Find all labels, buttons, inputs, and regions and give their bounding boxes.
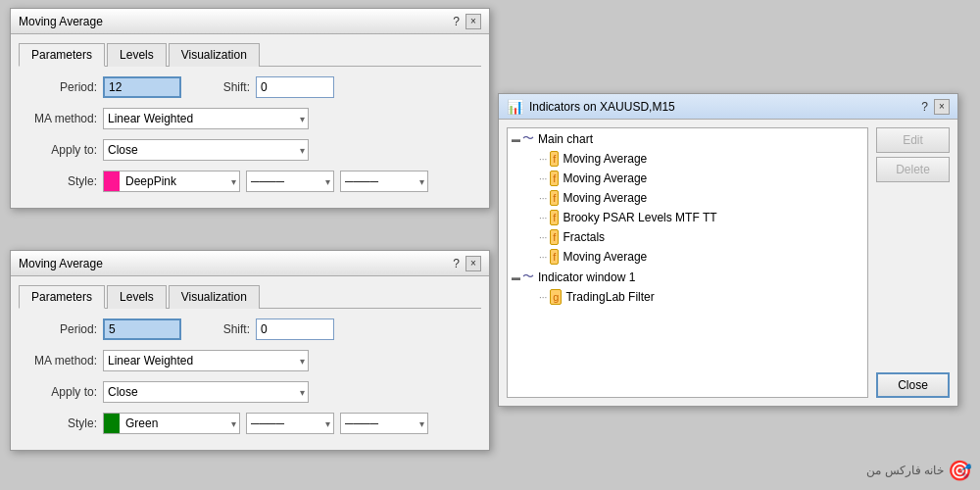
dialog-2-apply-label: Apply to:: [19, 385, 97, 399]
expand-indicator-window-icon: ▬: [512, 272, 520, 282]
tab-2-levels[interactable]: Levels: [107, 285, 167, 309]
tree-ma-3-label: Moving Average: [563, 191, 647, 205]
indicators-title: Indicators on XAUUSD,M15: [529, 100, 675, 114]
dialog-2-line-width-select[interactable]: ────: [340, 413, 428, 434]
dialog-1-content: Parameters Levels Visualization Period: …: [11, 34, 489, 208]
tree-tradinglab-label: TradingLab Filter: [565, 290, 654, 304]
indicator-window-label: Indicator window 1: [538, 270, 635, 284]
dialog-2-ma-row: MA method: Simple Exponential Smoothed L…: [19, 350, 481, 371]
dialog-1-style-row: Style: DeepPink ──── ────: [19, 171, 481, 192]
indicator-icon-4: f: [550, 210, 559, 225]
dialog-1-period-row: Period: Shift:: [19, 76, 481, 98]
dotted-line-7: ···: [539, 292, 547, 303]
moving-average-dialog-2: Moving Average ? × Parameters Levels Vis…: [10, 250, 490, 451]
tree-item-ma-2[interactable]: ··· f Moving Average: [508, 169, 867, 188]
tab-2-visualization[interactable]: Visualization: [169, 285, 260, 309]
dialog-2-ma-label: MA method:: [19, 354, 97, 368]
dialog-1-line-width-select[interactable]: ────: [340, 171, 428, 192]
dialog-1-tabs: Parameters Levels Visualization: [19, 42, 481, 67]
indicators-tree: ▬ 〜 Main chart ··· f Moving Average ··· …: [507, 127, 868, 398]
indicators-close-button[interactable]: ×: [934, 99, 950, 115]
tree-item-ma-4[interactable]: ··· f Moving Average: [508, 247, 867, 267]
edit-button[interactable]: Edit: [876, 127, 950, 153]
dialog-1-ma-select[interactable]: Simple Exponential Smoothed Linear Weigh…: [103, 108, 309, 129]
tab-1-visualization[interactable]: Visualization: [169, 43, 260, 67]
dialog-2-line-style-select[interactable]: ────: [246, 413, 334, 434]
dialog-2-shift-input[interactable]: [256, 318, 334, 340]
dotted-line-5: ···: [539, 232, 547, 243]
indicators-dialog: 📊 Indicators on XAUUSD,M15 ? × ▬ 〜 Main …: [498, 93, 958, 407]
dialog-2-period-row: Period: Shift:: [19, 318, 481, 340]
tree-fractals-label: Fractals: [563, 230, 605, 244]
dialog-1-line-style-wrapper: ────: [246, 171, 334, 192]
dialog-1-line-style-select[interactable]: ────: [246, 171, 334, 192]
watermark-icon: 🎯: [948, 459, 972, 482]
indicators-controls: ? ×: [921, 99, 950, 115]
tree-main-chart-row[interactable]: ▬ 〜 Main chart: [508, 128, 867, 149]
dialog-1-apply-row: Apply to: Close Open High Low: [19, 139, 481, 161]
dialog-2-controls: ? ×: [453, 256, 481, 271]
dialog-1-shift-input[interactable]: [256, 76, 334, 98]
dialog-2-close-button[interactable]: ×: [466, 256, 481, 271]
dialog-2-period-label: Period:: [19, 322, 97, 336]
dialog-2-apply-select[interactable]: Close Open High Low: [103, 381, 309, 403]
dialog-1-apply-wrapper: Close Open High Low: [103, 139, 309, 161]
dialog-1-style-color-wrapper: DeepPink: [103, 171, 240, 192]
indicator-window-wave-icon: 〜: [522, 269, 534, 285]
dialog-1-help[interactable]: ?: [453, 15, 460, 28]
dialog-1-style-label: Style:: [19, 174, 97, 188]
tree-item-brooky[interactable]: ··· f Brooky PSAR Levels MTF TT: [508, 208, 867, 227]
dialog-1-shift-label: Shift:: [211, 80, 250, 94]
dialog-1-apply-label: Apply to:: [19, 143, 97, 157]
tree-item-fractals[interactable]: ··· f Fractals: [508, 227, 867, 247]
dialog-2-titlebar: Moving Average ? ×: [11, 251, 489, 276]
close-indicators-button[interactable]: Close: [876, 372, 950, 398]
dialog-2-line-style-wrapper: ────: [246, 413, 334, 434]
dialog-2-shift-label: Shift:: [211, 322, 250, 336]
tree-indicator-window-row[interactable]: ▬ 〜 Indicator window 1: [508, 267, 867, 287]
indicator-icon-7: g: [550, 289, 562, 305]
dialog-1-ma-wrapper: Simple Exponential Smoothed Linear Weigh…: [103, 108, 309, 129]
dotted-line-2: ···: [539, 173, 547, 184]
tree-brooky-label: Brooky PSAR Levels MTF TT: [563, 211, 716, 224]
indicators-titlebar: 📊 Indicators on XAUUSD,M15 ? ×: [499, 94, 957, 120]
indicator-icon-5: f: [550, 229, 559, 245]
indicator-icon-3: f: [550, 190, 559, 206]
expand-main-chart-icon: ▬: [512, 134, 520, 144]
dialog-2-style-row: Style: Green ──── ────: [19, 413, 481, 434]
tree-item-tradinglab[interactable]: ··· g TradingLab Filter: [508, 287, 867, 307]
dialog-1-period-label: Period:: [19, 80, 97, 94]
dialog-1-titlebar: Moving Average ? ×: [11, 9, 489, 34]
dialog-2-content: Parameters Levels Visualization Period: …: [11, 276, 489, 450]
indicators-help[interactable]: ?: [921, 100, 928, 114]
dialog-2-ma-select[interactable]: Simple Exponential Smoothed Linear Weigh…: [103, 350, 309, 371]
dialog-2-tabs: Parameters Levels Visualization: [19, 284, 481, 309]
tree-item-ma-3[interactable]: ··· f Moving Average: [508, 188, 867, 208]
dialog-2-period-input[interactable]: [103, 318, 181, 340]
indicator-icon-2: f: [550, 171, 559, 186]
watermark-text: خانه فارکس من: [866, 464, 944, 477]
indicators-title-group: 📊 Indicators on XAUUSD,M15: [507, 99, 675, 115]
tree-item-ma-1[interactable]: ··· f Moving Average: [508, 149, 867, 169]
watermark: خانه فارکس من 🎯: [866, 459, 972, 482]
dialog-1-line-width-wrapper: ────: [340, 171, 428, 192]
dialog-2-title: Moving Average: [19, 257, 103, 270]
dialog-2-style-color-wrapper: Green: [103, 413, 240, 434]
tab-1-parameters[interactable]: Parameters: [19, 43, 105, 67]
dotted-line-3: ···: [539, 193, 547, 204]
dialog-2-help[interactable]: ?: [453, 257, 460, 270]
dialog-1-title: Moving Average: [19, 15, 103, 28]
tab-2-parameters[interactable]: Parameters: [19, 285, 105, 309]
dotted-line-6: ···: [539, 252, 547, 263]
dialog-1-style-color-select[interactable]: DeepPink: [103, 171, 240, 192]
dialog-2-style-label: Style:: [19, 416, 97, 430]
delete-button[interactable]: Delete: [876, 157, 950, 182]
dialog-1-apply-select[interactable]: Close Open High Low: [103, 139, 309, 161]
tab-1-levels[interactable]: Levels: [107, 43, 167, 67]
tree-ma-2-label: Moving Average: [563, 172, 647, 185]
dialog-1-close-button[interactable]: ×: [466, 14, 481, 29]
dotted-line-1: ···: [539, 154, 547, 165]
dialog-1-period-input[interactable]: [103, 76, 181, 98]
indicator-icon-6: f: [550, 249, 559, 265]
dialog-2-style-color-select[interactable]: Green: [103, 413, 240, 434]
